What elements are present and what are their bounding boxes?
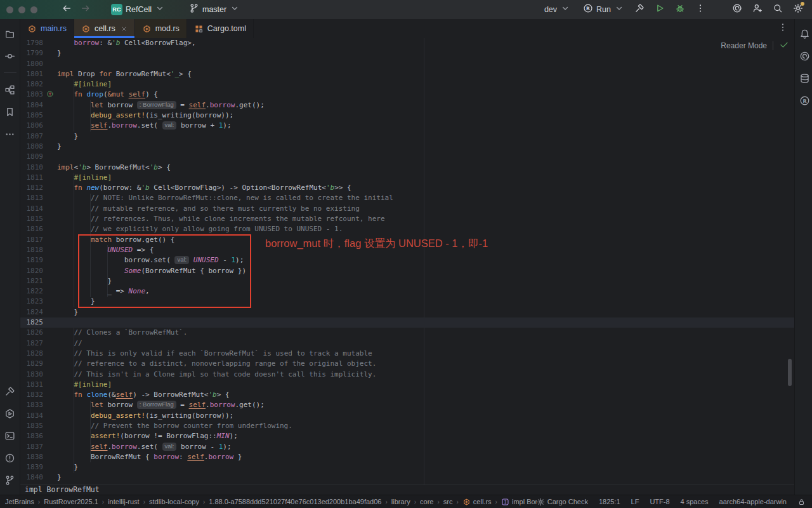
tab-options-kebab-icon[interactable] [778, 22, 788, 35]
line-number[interactable]: 1826 [20, 328, 43, 338]
line-number[interactable]: 1800 [20, 59, 43, 69]
close-icon[interactable] [121, 25, 128, 32]
line-number[interactable]: 1804 [20, 100, 43, 110]
line-number[interactable]: 1815 [20, 214, 43, 224]
more-kebab-icon[interactable] [695, 3, 705, 16]
line-number[interactable]: 1822 [20, 286, 43, 297]
breadcrumb-item[interactable]: src [443, 498, 453, 505]
line-number[interactable]: 1833 [20, 400, 43, 410]
build-icon[interactable] [3, 384, 17, 398]
ai-assistant-icon[interactable] [798, 49, 812, 63]
editor-scrollbar[interactable] [788, 359, 792, 386]
folder-icon[interactable] [3, 27, 17, 41]
line-number[interactable]: 1813 [20, 193, 43, 203]
problems-icon[interactable] [3, 451, 17, 465]
line-number[interactable]: 1827 [20, 338, 43, 349]
status-item-utf-8[interactable]: UTF-8 [650, 498, 669, 505]
line-number[interactable]: 1823 [20, 297, 43, 307]
bookmarks-icon[interactable] [3, 105, 17, 119]
status-item-cargo-check[interactable]: Cargo Check [537, 498, 588, 506]
settings-gear-icon[interactable] [793, 3, 803, 16]
line-number[interactable]: 1825 [20, 318, 43, 328]
line-number[interactable]: 1824 [20, 307, 43, 318]
search-everywhere-icon[interactable] [773, 3, 783, 16]
tab-cell-rs[interactable]: cell.rs [74, 19, 135, 38]
window-controls[interactable] [0, 6, 46, 13]
line-number[interactable]: 1840 [20, 472, 43, 483]
line-number[interactable]: 1807 [20, 131, 43, 142]
code-editor[interactable]: 1798 borrow: &'b Cell<BorrowFlag>,1799}1… [20, 38, 794, 485]
line-number[interactable]: 1811 [20, 173, 43, 183]
line-number[interactable]: 1821 [20, 276, 43, 286]
line-number[interactable]: 1801 [20, 69, 43, 79]
breadcrumb-item[interactable]: library [391, 498, 410, 505]
database-icon[interactable] [798, 71, 812, 85]
checkmark-icon[interactable] [779, 39, 789, 52]
sticky-context-footer[interactable]: impl BorrowRefMut [20, 485, 794, 495]
line-number[interactable]: 1820 [20, 266, 43, 276]
status-item-1825-1[interactable]: 1825:1 [599, 498, 620, 505]
more-icon[interactable] [3, 127, 17, 141]
line-number[interactable]: 1814 [20, 204, 43, 214]
breadcrumb-item[interactable]: 1.88.0-a7588ddd521027f40e76c013ed200b1ba… [209, 498, 381, 505]
line-number[interactable]: 1831 [20, 380, 43, 390]
breadcrumb-item[interactable]: JetBrains [5, 498, 34, 505]
status-item-aarch64-apple-darwin[interactable]: aarch64-apple-darwin [719, 498, 787, 505]
line-number[interactable]: 1817 [20, 235, 43, 245]
tab-mod-rs[interactable]: mod.rs [135, 19, 187, 38]
line-number[interactable]: 1832 [20, 390, 43, 400]
line-number[interactable]: 1816 [20, 224, 43, 234]
line-number[interactable]: 1838 [20, 452, 43, 462]
tab-main-rs[interactable]: main.rs [20, 19, 74, 38]
line-number[interactable]: 1834 [20, 411, 43, 421]
breadcrumb-item[interactable]: stdlib-local-copy [149, 498, 199, 505]
breadcrumb-item[interactable]: core [420, 498, 433, 505]
build-hammer-icon[interactable] [634, 3, 645, 16]
vcs-branch-widget[interactable]: master [185, 1, 244, 18]
line-number[interactable]: 1812 [20, 183, 43, 193]
run-configuration-selector[interactable]: R Run [579, 1, 628, 18]
commit-icon[interactable] [3, 49, 17, 63]
breadcrumb-item[interactable]: Iimpl BorrowRefMut [501, 498, 537, 506]
line-number[interactable]: 1818 [20, 245, 43, 255]
window-zoom-button[interactable] [30, 6, 37, 13]
line-number[interactable]: 1836 [20, 431, 43, 441]
tab-Cargo-toml[interactable]: Cargo.toml [187, 19, 254, 38]
line-number[interactable]: 1798 [20, 38, 43, 48]
structure-icon[interactable] [3, 83, 17, 97]
breadcrumb-item[interactable]: cell.rs [462, 498, 492, 506]
line-number[interactable]: 1839 [20, 462, 43, 472]
add-user-icon[interactable] [752, 3, 763, 16]
services-icon[interactable] [3, 406, 17, 420]
project-widget[interactable]: RC RefCell [107, 1, 169, 18]
line-number[interactable]: 1830 [20, 370, 43, 380]
git-branch-icon[interactable] [3, 473, 17, 487]
status-item-lf[interactable]: LF [631, 498, 639, 505]
line-number[interactable]: 1803 [20, 90, 43, 100]
notifications-icon[interactable] [798, 27, 812, 41]
line-number[interactable]: 1808 [20, 142, 43, 152]
back-icon[interactable] [62, 3, 72, 16]
window-close-button[interactable] [6, 6, 13, 13]
ai-assistant-icon[interactable] [732, 3, 742, 16]
line-number[interactable]: 1806 [20, 121, 43, 131]
terminal-icon[interactable] [3, 429, 17, 443]
reader-mode-toggle[interactable]: Reader Mode [721, 40, 789, 51]
line-number[interactable]: 1809 [20, 152, 43, 162]
line-number[interactable]: 1837 [20, 442, 43, 452]
line-number[interactable]: 1799 [20, 48, 43, 58]
line-number[interactable]: 1802 [20, 79, 43, 90]
line-number[interactable]: 1805 [20, 110, 43, 121]
breadcrumb-item[interactable]: RustRover2025.1 [44, 498, 98, 505]
run-play-icon[interactable] [655, 3, 665, 16]
forward-icon[interactable] [81, 3, 91, 16]
line-number[interactable]: 1835 [20, 421, 43, 431]
line-number[interactable]: 1819 [20, 255, 43, 265]
line-number[interactable]: 1828 [20, 349, 43, 359]
run-target-selector[interactable]: dev [540, 1, 574, 18]
breadcrumb-item[interactable]: intellij-rust [108, 498, 140, 505]
status-item-lock[interactable] [797, 498, 806, 506]
debug-bug-icon[interactable] [675, 3, 685, 16]
window-minimize-button[interactable] [18, 6, 25, 13]
override-marker-icon[interactable] [43, 90, 57, 100]
